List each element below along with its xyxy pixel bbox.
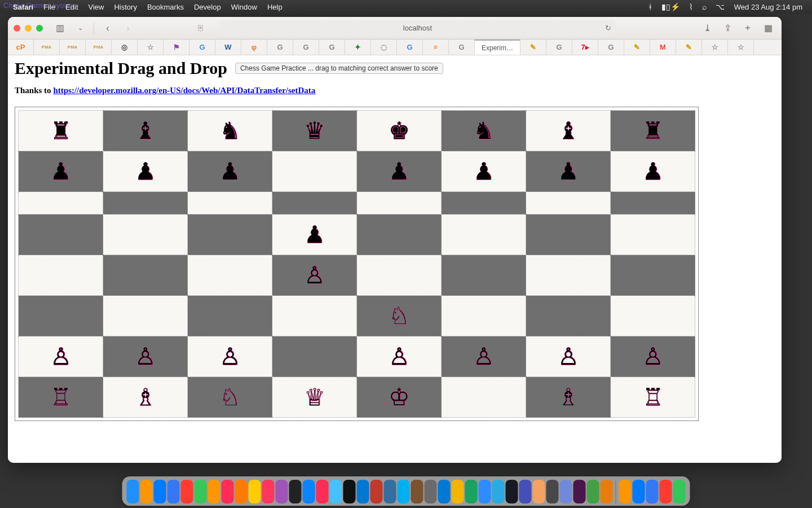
chess-piece[interactable]: ♙: [135, 343, 156, 370]
chess-piece[interactable]: ♘: [389, 303, 410, 329]
chess-piece[interactable]: ♙: [558, 343, 579, 370]
board-square-h1[interactable]: ♖: [611, 377, 695, 418]
dock-item-firefox[interactable]: [235, 480, 248, 503]
favorites-tab-21[interactable]: 7▸: [572, 40, 598, 55]
favorites-tab-19[interactable]: ✎: [520, 40, 546, 55]
board-square-c8[interactable]: ♞: [188, 111, 272, 151]
menu-file[interactable]: File: [38, 3, 60, 11]
board-square-h5[interactable]: [611, 214, 695, 255]
board-square-a4[interactable]: [19, 255, 103, 296]
tab-overview-button[interactable]: ▦: [760, 21, 776, 36]
board-square-d4[interactable]: ♙: [272, 255, 357, 296]
back-button[interactable]: ‹: [100, 21, 116, 36]
dock-item-chess[interactable]: [411, 480, 423, 503]
dock-item-podcasts[interactable]: [276, 480, 288, 503]
chess-piece[interactable]: ♙: [219, 343, 241, 370]
board-square-a7[interactable]: ♟: [19, 151, 103, 192]
board-square-f7[interactable]: ♟: [442, 151, 526, 192]
dock-item-notes[interactable]: [249, 480, 261, 503]
board-square-a6[interactable]: [19, 192, 103, 214]
board-square-g6[interactable]: [526, 192, 611, 214]
control-center-icon[interactable]: ⌥: [711, 2, 729, 11]
dock-item-mail[interactable]: [167, 480, 180, 503]
board-square-g8[interactable]: ♝: [526, 111, 611, 151]
board-square-a8[interactable]: ♜: [19, 111, 103, 151]
menubar-clock[interactable]: Wed 23 Aug 2:14 pm: [729, 3, 807, 11]
favorites-tab-3[interactable]: PMA: [86, 40, 112, 55]
favorites-tab-17[interactable]: G: [449, 40, 475, 55]
chess-piece[interactable]: ♜: [642, 117, 664, 144]
favorites-tab-5[interactable]: ☆: [138, 40, 164, 55]
chess-piece[interactable]: ♚: [389, 117, 410, 144]
board-square-e5[interactable]: [357, 214, 442, 255]
favorites-tab-2[interactable]: PMA: [60, 40, 86, 55]
dock-item-folder2[interactable]: [633, 480, 645, 503]
chess-piece[interactable]: ♝: [135, 117, 156, 144]
board-square-b7[interactable]: ♟: [103, 151, 188, 192]
menu-history[interactable]: History: [109, 3, 142, 11]
menu-develop[interactable]: Develop: [189, 3, 226, 11]
reference-link[interactable]: https://developer.mozilla.org/en-US/docs…: [53, 86, 315, 95]
dock-item-blender[interactable]: [601, 480, 613, 503]
board-square-f2[interactable]: ♙: [442, 336, 526, 377]
favorites-tab-8[interactable]: W: [215, 40, 241, 55]
board-square-d1[interactable]: ♕: [272, 377, 357, 418]
board-square-f5[interactable]: [442, 214, 526, 255]
dock-item-siri[interactable]: [330, 480, 342, 503]
chess-piece[interactable]: ♖: [50, 384, 72, 410]
board-square-c3[interactable]: [188, 296, 272, 336]
board-square-a5[interactable]: [19, 214, 103, 255]
board-square-h4[interactable]: [611, 255, 695, 296]
board-square-e2[interactable]: ♙: [357, 336, 442, 377]
board-square-d3[interactable]: [272, 296, 357, 336]
favorites-tab-1[interactable]: PMA: [34, 40, 60, 55]
favorites-tab-24[interactable]: M: [650, 40, 676, 55]
favorites-tab-11[interactable]: G: [293, 40, 319, 55]
board-square-e7[interactable]: ♟: [357, 151, 442, 192]
address-bar[interactable]: ⛨ localhost ↻: [219, 20, 616, 36]
dock-item-downloads[interactable]: [660, 480, 672, 503]
board-square-b2[interactable]: ♙: [103, 336, 188, 377]
board-square-e3[interactable]: ♘: [357, 296, 442, 336]
dock-item-skype[interactable]: [398, 480, 410, 503]
dock-item-zoom[interactable]: [479, 480, 491, 503]
dock-item-tv[interactable]: [289, 480, 302, 503]
board-square-e4[interactable]: [357, 255, 442, 296]
dock-item-terminal[interactable]: [343, 480, 356, 503]
board-square-h8[interactable]: ♜: [611, 111, 695, 151]
dock-item-python[interactable]: [384, 480, 396, 503]
dock-item-messages[interactable]: [195, 480, 207, 503]
dock-item-globe[interactable]: [646, 480, 659, 503]
menu-help[interactable]: Help: [262, 3, 288, 11]
chess-piece[interactable]: ♙: [304, 262, 325, 288]
dock-item-slack[interactable]: [573, 480, 586, 503]
board-square-g5[interactable]: [526, 214, 611, 255]
board-square-e8[interactable]: ♚: [357, 111, 442, 151]
favorites-tab-0[interactable]: cP: [8, 40, 34, 55]
dock-item-steam[interactable]: [506, 480, 518, 503]
dock-item-safari[interactable]: [154, 480, 166, 503]
chess-piece[interactable]: ♙: [473, 343, 495, 370]
board-square-b4[interactable]: [103, 255, 188, 296]
board-square-c1[interactable]: ♘: [188, 377, 272, 418]
menu-window[interactable]: Window: [226, 3, 262, 11]
dock-item-lens[interactable]: [452, 480, 464, 503]
favorites-tab-9[interactable]: φ: [241, 40, 267, 55]
battery-icon[interactable]: ▮▯⚡: [657, 2, 685, 11]
board-square-d5[interactable]: ♟: [272, 214, 357, 255]
sidebar-toggle-button[interactable]: ▥: [52, 21, 68, 36]
dock-item-gimp[interactable]: [425, 480, 437, 503]
board-square-d7[interactable]: [272, 151, 357, 192]
dock-item-kodi[interactable]: [492, 480, 505, 503]
board-square-b8[interactable]: ♝: [103, 111, 188, 151]
favorites-tab-25[interactable]: ✎: [676, 40, 702, 55]
dock-item-opera[interactable]: [181, 480, 193, 503]
favorites-tab-20[interactable]: G: [546, 40, 572, 55]
board-square-c2[interactable]: ♙: [188, 336, 272, 377]
dock-item-reminders[interactable]: [208, 480, 220, 503]
board-square-f3[interactable]: [442, 296, 526, 336]
dock-item-music[interactable]: [316, 480, 329, 503]
favorites-tab-22[interactable]: G: [598, 40, 624, 55]
board-square-f4[interactable]: [442, 255, 526, 296]
favorites-tab-12[interactable]: G: [319, 40, 345, 55]
